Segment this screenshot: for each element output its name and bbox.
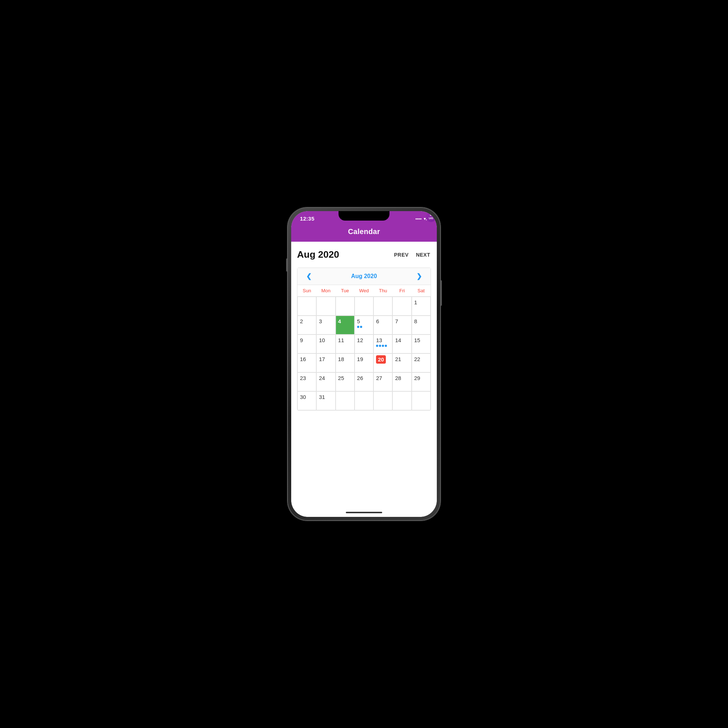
cal-day-empty <box>355 297 373 316</box>
cal-day-23[interactable]: 23 <box>297 372 316 391</box>
day-num: 16 <box>300 355 306 363</box>
nav-buttons: PREV NEXT <box>393 251 431 259</box>
cal-day-4[interactable]: 4 <box>336 316 355 335</box>
dot-blue <box>360 326 362 328</box>
day-num: 7 <box>395 317 398 325</box>
cal-day-24[interactable]: 24 <box>316 372 335 391</box>
cal-day-13[interactable]: 13 <box>373 335 392 353</box>
prev-button[interactable]: PREV <box>393 251 410 259</box>
day-num: 25 <box>338 374 344 382</box>
notch <box>338 211 390 220</box>
day-num: 29 <box>414 374 421 382</box>
status-bar: 12:35 ▪▪▪▪ ▾▴ DUG <box>291 211 437 224</box>
cal-next-button[interactable]: ❯ <box>413 272 425 280</box>
calendar-widget: ❮ Aug 2020 ❯ Sun Mon Tue Wed Thu Fri Sat <box>297 268 431 411</box>
cal-day-12[interactable]: 12 <box>355 335 373 353</box>
cal-day-22[interactable]: 22 <box>412 353 431 372</box>
event-dots <box>357 326 362 328</box>
cal-day-20[interactable]: 20 <box>373 353 392 372</box>
cal-day-28[interactable]: 28 <box>392 372 411 391</box>
day-header-thu: Thu <box>373 285 392 296</box>
day-num: 18 <box>338 355 344 363</box>
cal-day-empty <box>336 297 355 316</box>
day-num: 5 <box>357 317 360 325</box>
cal-day-17[interactable]: 17 <box>316 353 335 372</box>
content-area: Aug 2020 PREV NEXT ❮ Aug 2020 ❯ <box>291 242 437 508</box>
day-num: 19 <box>357 355 363 363</box>
cal-day-7[interactable]: 7 <box>392 316 411 335</box>
day-num: 15 <box>414 336 421 344</box>
cal-day-5[interactable]: 5 <box>355 316 373 335</box>
calendar-header: ❮ Aug 2020 ❯ <box>297 268 431 285</box>
cal-day-empty <box>373 391 392 410</box>
day-num: 9 <box>300 336 303 344</box>
day-num: 24 <box>319 374 325 382</box>
day-num: 6 <box>376 317 379 325</box>
day-num: 14 <box>395 336 401 344</box>
day-num: 11 <box>338 336 344 344</box>
day-header-wed: Wed <box>355 285 373 296</box>
debug-badge: DUG <box>426 212 436 222</box>
app-header: Calendar <box>291 224 437 242</box>
day-num: 22 <box>414 355 421 363</box>
cal-day-10[interactable]: 10 <box>316 335 335 353</box>
cal-day-30[interactable]: 30 <box>297 391 316 410</box>
cal-day-2[interactable]: 2 <box>297 316 316 335</box>
day-num: 26 <box>357 374 363 382</box>
cal-day-29[interactable]: 29 <box>412 372 431 391</box>
cal-day-empty <box>373 297 392 316</box>
calendar-grid-week3: 9 10 11 12 13 <box>297 335 431 353</box>
dot-blue <box>382 345 384 347</box>
calendar-grid-week5: 23 24 25 26 27 <box>297 372 431 391</box>
day-num: 28 <box>395 374 401 382</box>
dot-blue <box>376 345 378 347</box>
day-num: 3 <box>319 317 322 325</box>
day-header-fri: Fri <box>392 285 411 296</box>
cal-day-11[interactable]: 11 <box>336 335 355 353</box>
event-dots <box>376 345 387 347</box>
cal-day-empty <box>392 391 411 410</box>
app-title: Calendar <box>348 228 380 236</box>
status-time: 12:35 <box>300 216 315 222</box>
cal-day-19[interactable]: 19 <box>355 353 373 372</box>
day-num: 12 <box>357 336 363 344</box>
cal-day-14[interactable]: 14 <box>392 335 411 353</box>
cal-day-26[interactable]: 26 <box>355 372 373 391</box>
cal-prev-button[interactable]: ❮ <box>303 272 315 280</box>
day-header-mon: Mon <box>316 285 335 296</box>
day-headers: Sun Mon Tue Wed Thu Fri Sat <box>297 285 431 297</box>
wifi-icon: ▪▪▪▪ <box>415 216 422 221</box>
day-num: 30 <box>300 393 306 401</box>
cal-day-9[interactable]: 9 <box>297 335 316 353</box>
day-num: 20 <box>376 355 386 364</box>
cal-month-label: Aug 2020 <box>351 273 377 280</box>
status-icons: ▪▪▪▪ ▾▴ DUG <box>415 216 428 221</box>
cal-day-18[interactable]: 18 <box>336 353 355 372</box>
cal-day-empty <box>392 297 411 316</box>
cal-day-21[interactable]: 21 <box>392 353 411 372</box>
month-title: Aug 2020 <box>297 249 339 260</box>
dot-blue <box>357 326 359 328</box>
day-header-sun: Sun <box>297 285 316 296</box>
calendar-grid-week1: 1 <box>297 297 431 316</box>
cal-day-31[interactable]: 31 <box>316 391 335 410</box>
cal-day-16[interactable]: 16 <box>297 353 316 372</box>
calendar-grid-week4: 16 17 18 19 20 <box>297 353 431 372</box>
cal-day-3[interactable]: 3 <box>316 316 335 335</box>
home-bar <box>346 512 382 513</box>
day-num: 10 <box>319 336 325 344</box>
day-num: 13 <box>376 336 382 344</box>
cal-day-27[interactable]: 27 <box>373 372 392 391</box>
cal-day-empty <box>412 391 431 410</box>
next-button[interactable]: NEXT <box>415 251 431 259</box>
home-indicator <box>291 508 437 517</box>
cal-day-8[interactable]: 8 <box>412 316 431 335</box>
day-header-sat: Sat <box>412 285 431 296</box>
cal-day-empty <box>355 391 373 410</box>
cal-day-25[interactable]: 25 <box>336 372 355 391</box>
cal-day-15[interactable]: 15 <box>412 335 431 353</box>
cal-day-empty <box>316 297 335 316</box>
cal-day-1[interactable]: 1 <box>412 297 431 316</box>
cal-day-6[interactable]: 6 <box>373 316 392 335</box>
day-num: 21 <box>395 355 401 363</box>
